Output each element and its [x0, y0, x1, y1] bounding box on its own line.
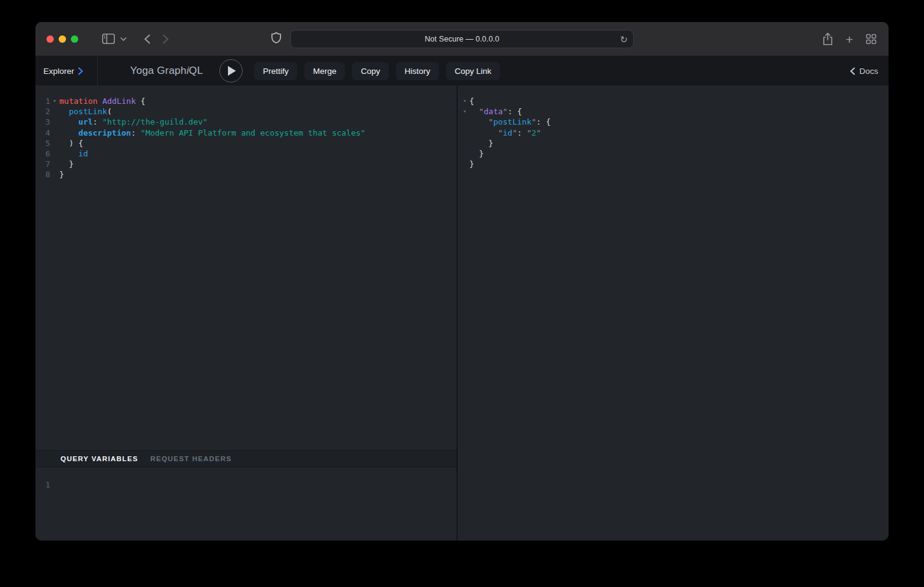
copy-button[interactable]: Copy [352, 62, 389, 80]
code-line: "id": "2" [460, 128, 889, 138]
line-number: 2 [35, 106, 50, 117]
code-line: } [460, 159, 889, 169]
tab-request-headers[interactable]: REQUEST HEADERS [150, 455, 232, 462]
fold-arrow-icon[interactable]: ▾ [460, 96, 469, 106]
back-button[interactable] [144, 34, 150, 44]
line-number: 4 [35, 128, 50, 138]
traffic-lights [46, 35, 78, 43]
line-number: 8 [35, 169, 50, 180]
address-bar-text: Not Secure — 0.0.0.0 [425, 35, 499, 43]
line-number: 5 [35, 138, 50, 148]
fold-arrow-icon[interactable]: ▾ [460, 106, 469, 117]
fold-spacer [50, 138, 59, 148]
forward-button[interactable] [163, 34, 169, 44]
code-line: } [460, 148, 889, 159]
prettify-button[interactable]: Prettify [254, 62, 297, 80]
fold-spacer [50, 117, 59, 127]
fold-spacer [50, 169, 59, 180]
code-line[interactable]: 5 ) { [35, 138, 457, 148]
fold-spacer [460, 148, 469, 159]
fold-spacer [460, 159, 469, 169]
history-button[interactable]: History [396, 62, 439, 80]
query-variables-editor[interactable]: 1 [35, 467, 457, 541]
line-number: 1 [35, 96, 50, 106]
code-line[interactable]: 4 description: "Modern API Platform and … [35, 128, 457, 138]
code-line[interactable]: 6 id [35, 148, 457, 159]
fold-arrow-icon[interactable]: ▾ [50, 96, 59, 106]
address-bar[interactable]: Not Secure — 0.0.0.0 ↻ [290, 30, 634, 48]
code-line[interactable]: 8} [35, 169, 457, 180]
tab-query-variables[interactable]: QUERY VARIABLES [61, 455, 138, 462]
browser-titlebar: Not Secure — 0.0.0.0 ↻ + [35, 22, 889, 56]
play-icon [228, 66, 236, 76]
line-number: 3 [35, 117, 50, 127]
fold-spacer [460, 138, 469, 148]
fold-spacer [460, 117, 469, 127]
response-viewer: ▾{▾ "data": { "postLink": { "id": "2" } … [458, 86, 889, 541]
new-tab-icon[interactable]: + [846, 32, 853, 45]
code-line: } [460, 138, 889, 148]
explorer-toggle[interactable]: Explorer [35, 56, 98, 86]
variables-tab-bar: QUERY VARIABLES REQUEST HEADERS [35, 450, 457, 467]
fold-spacer [460, 128, 469, 138]
execute-query-button[interactable] [219, 59, 243, 82]
code-line: "postLink": { [460, 117, 889, 127]
merge-button[interactable]: Merge [304, 62, 345, 80]
fold-spacer [50, 128, 59, 138]
minimize-window-button[interactable] [59, 35, 66, 43]
line-number: 6 [35, 148, 50, 159]
close-window-button[interactable] [46, 35, 54, 43]
page-title: Yoga GraphiQL [130, 65, 203, 77]
code-line: ▾ "data": { [460, 106, 889, 117]
share-icon[interactable] [823, 32, 833, 45]
chevron-left-icon [850, 67, 855, 75]
fold-spacer [50, 159, 59, 169]
privacy-shield-icon[interactable] [271, 32, 281, 46]
chevron-down-icon[interactable] [120, 37, 127, 41]
chevron-right-icon [78, 67, 83, 75]
line-number: 7 [35, 159, 50, 169]
query-pane: 1▾mutation AddLink {2 postLink(3 url: "h… [35, 86, 458, 541]
fold-spacer [50, 106, 59, 117]
reload-icon[interactable]: ↻ [620, 34, 628, 43]
code-line[interactable]: 3 url: "http://the-guild.dev" [35, 117, 457, 127]
code-line[interactable]: 1▾mutation AddLink { [35, 96, 457, 106]
zoom-window-button[interactable] [71, 35, 78, 43]
query-editor[interactable]: 1▾mutation AddLink {2 postLink(3 url: "h… [35, 86, 457, 450]
code-line: ▾{ [460, 96, 889, 106]
line-number: 1 [35, 479, 50, 490]
code-line[interactable]: 2 postLink( [35, 106, 457, 117]
copy-link-button[interactable]: Copy Link [446, 62, 500, 80]
graphiql-toolbar: Explorer Yoga GraphiQL Prettify Merge Co… [35, 56, 889, 86]
explorer-label: Explorer [43, 67, 74, 76]
docs-label: Docs [859, 67, 878, 76]
fold-spacer [50, 148, 59, 159]
docs-button[interactable]: Docs [850, 67, 878, 76]
code-line[interactable]: 7 } [35, 159, 457, 169]
tab-overview-icon[interactable] [866, 34, 876, 44]
sidebar-toggle-icon[interactable] [102, 34, 115, 44]
browser-window: Not Secure — 0.0.0.0 ↻ + [35, 22, 889, 541]
